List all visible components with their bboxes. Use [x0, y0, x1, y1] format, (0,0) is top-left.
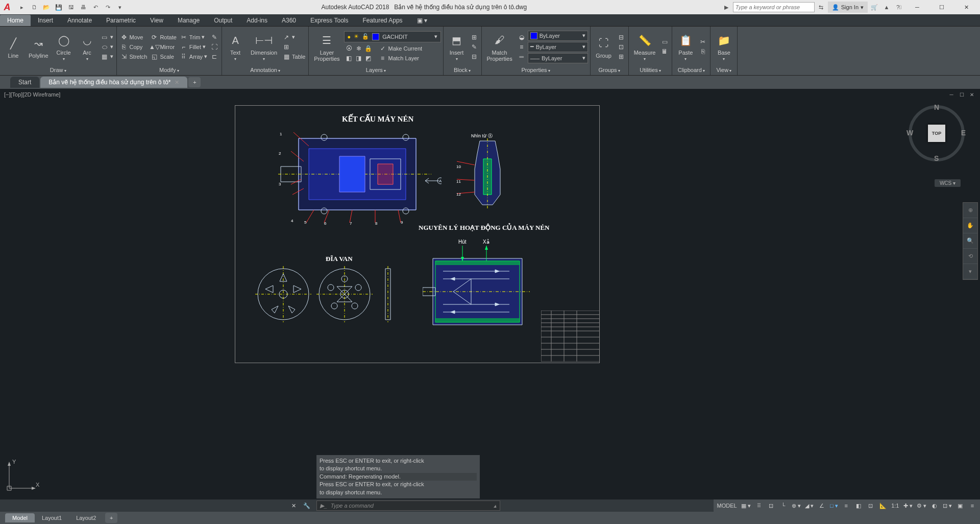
isolate-icon[interactable]: ⊡ ▾ — [941, 501, 953, 511]
ungroup-button[interactable]: ⊟ — [616, 33, 626, 42]
file-tab-start[interactable]: Start — [10, 77, 39, 88]
copy-button[interactable]: ⎘Copy — [119, 42, 149, 52]
vp-maximize-icon[interactable]: ☐ — [958, 90, 966, 99]
panel-title-utilities[interactable]: Utilities — [631, 66, 670, 74]
color-list-button[interactable]: ◒ — [517, 33, 527, 42]
ellipse-button[interactable]: ⬭▾ — [100, 42, 114, 52]
table-button[interactable]: ▦Table — [281, 52, 306, 61]
qat-print-icon[interactable]: 🖶 — [78, 2, 89, 13]
group-button[interactable]: ⛶Group — [593, 34, 615, 60]
insert-button[interactable]: ⬒Insert▾ — [446, 31, 468, 62]
tab-featured[interactable]: Featured Apps — [356, 15, 410, 26]
qat-save-icon[interactable]: 💾 — [53, 2, 64, 13]
wcs-badge[interactable]: WCS ▾ — [935, 179, 961, 187]
layer-off-button[interactable]: ⦿❄🔒 — [344, 44, 374, 53]
paste-button[interactable]: 📋Paste▾ — [674, 31, 697, 62]
layout-tab-model[interactable]: Model — [5, 513, 35, 522]
nav-orbit-icon[interactable]: ⟲ — [963, 249, 977, 264]
hatch-button[interactable]: ▦▾ — [100, 52, 114, 61]
snap-icon[interactable]: ⠿ — [753, 501, 765, 511]
groupbox-button[interactable]: ⊞ — [616, 52, 626, 61]
panel-title-view[interactable]: View — [713, 66, 735, 74]
command-input[interactable]: ▶_ Type a command ▴ — [316, 501, 500, 511]
close-button[interactable]: ✕ — [954, 0, 978, 14]
infer-icon[interactable]: ⊡ — [766, 501, 777, 511]
polar-icon[interactable]: ⊕ ▾ — [790, 501, 802, 511]
leader2-button[interactable]: ⊞ — [281, 42, 306, 52]
mirror-button[interactable]: ▲▽Mirror — [149, 42, 177, 52]
viewcube-w[interactable]: W — [906, 129, 913, 137]
clean-icon[interactable]: ▣ — [954, 501, 966, 511]
cut-button[interactable]: ✂ — [698, 37, 708, 46]
tab-home[interactable]: Home — [0, 15, 31, 26]
osnap-icon[interactable]: ∠ — [816, 501, 827, 511]
nav-pan-icon[interactable]: ✋ — [963, 218, 977, 233]
panel-title-draw[interactable]: Draw — [2, 66, 114, 74]
panel-title-groups[interactable]: Groups — [593, 66, 626, 74]
vp-minimize-icon[interactable]: ─ — [947, 90, 955, 99]
tab-addins[interactable]: Add-ins — [239, 15, 275, 26]
cmd-expand-icon[interactable]: ▴ — [494, 503, 497, 509]
copy2-button[interactable]: ⎘ — [698, 47, 708, 56]
new-tab-button[interactable]: + — [188, 77, 201, 87]
grid-icon[interactable]: ▦ ▾ — [740, 501, 752, 511]
maximize-button[interactable]: ☐ — [930, 0, 953, 14]
qat-new-icon[interactable]: ▸ — [16, 2, 28, 13]
tab-annotate[interactable]: Annotate — [60, 15, 99, 26]
signin-button[interactable]: 👤 Sign In ▾ — [828, 2, 868, 13]
select-button[interactable]: ▭ — [659, 37, 670, 46]
viewcube-top[interactable]: TOP — [928, 125, 945, 142]
tab-express[interactable]: Express Tools — [303, 15, 355, 26]
ltype-list-button[interactable]: ≡ — [517, 42, 527, 52]
drawing-canvas[interactable]: KẾT CẤU MÁY NÉN NGUYÊN LÝ HOẠT ĐỘNG CỦA … — [0, 100, 980, 499]
ribbon-expand-icon[interactable]: ▣ ▾ — [410, 15, 434, 26]
workspace-icon[interactable]: ⚙ ▾ — [915, 501, 928, 511]
new-layout-button[interactable]: + — [105, 513, 117, 523]
rotate-button[interactable]: ⟳Rotate — [149, 33, 177, 42]
status-model[interactable]: MODEL — [716, 501, 739, 511]
tab-manage[interactable]: Manage — [170, 15, 207, 26]
panel-title-properties[interactable]: Properties — [484, 66, 588, 74]
search-input[interactable] — [733, 2, 815, 12]
viewcube-s[interactable]: S — [934, 154, 939, 162]
minimize-button[interactable]: ─ — [905, 0, 929, 14]
line-button[interactable]: ╱Line — [2, 34, 24, 60]
iso-icon[interactable]: ◢ ▾ — [803, 501, 815, 511]
cycling-icon[interactable]: ⊡ — [865, 501, 876, 511]
transparency-icon[interactable]: ◧ — [853, 501, 864, 511]
layer-isolate-button[interactable]: ◧◨◩ — [344, 54, 374, 63]
panel-title-block[interactable]: Block — [446, 66, 479, 74]
help-icon[interactable]: ?⃝ — [893, 2, 904, 13]
tab-insert[interactable]: Insert — [31, 15, 60, 26]
exchange-icon[interactable]: ⇆ — [816, 2, 827, 13]
move-button[interactable]: ✥Move — [119, 33, 149, 42]
search-go-icon[interactable]: ▶ — [721, 2, 732, 13]
base-button[interactable]: 📁Base▾ — [713, 31, 735, 62]
circle-button[interactable]: ◯Circle▾ — [53, 31, 75, 62]
panel-title-annotation[interactable]: Annotation — [224, 66, 306, 74]
lweight-list-button[interactable]: ═ — [517, 52, 527, 61]
panel-title-modify[interactable]: Modify — [119, 66, 220, 74]
match-layer-button[interactable]: ≡Match Layer — [378, 54, 424, 63]
offset-button[interactable]: ⊏ — [209, 52, 219, 61]
scale-display[interactable]: 1:1 — [890, 501, 901, 511]
nav-zoom-icon[interactable]: 🔍 — [963, 233, 977, 249]
erase-button[interactable]: ✎ — [209, 33, 219, 42]
measure-button[interactable]: 📏Measure▾ — [631, 31, 659, 62]
file-tab-current[interactable]: Bản vẽ hệ thống điều hòa sử dụng trên ô … — [40, 77, 187, 88]
qat-open-icon[interactable]: 📂 — [41, 2, 52, 13]
tab-output[interactable]: Output — [207, 15, 239, 26]
qat-more-icon[interactable]: ▾ — [114, 2, 126, 13]
panel-title-clipboard[interactable]: Clipboard — [674, 66, 708, 74]
trim-button[interactable]: ✂Trim ▾ — [179, 33, 208, 42]
qat-saveas-icon[interactable]: 🖫 — [65, 2, 77, 13]
lineweight-dropdown[interactable]: ━ByLayer▾ — [528, 42, 588, 52]
make-current-button[interactable]: ✓Make Current — [378, 44, 424, 53]
customize-icon[interactable]: ≡ — [967, 501, 978, 511]
tab-a360[interactable]: A360 — [275, 15, 303, 26]
app-icon[interactable]: ▲ — [881, 2, 892, 13]
text-button[interactable]: AText▾ — [224, 31, 247, 62]
viewcube-e[interactable]: E — [961, 129, 966, 137]
qat-new-icon[interactable]: 🗋 — [29, 2, 40, 13]
layer-props-button[interactable]: ☰Layer Properties — [311, 31, 342, 63]
